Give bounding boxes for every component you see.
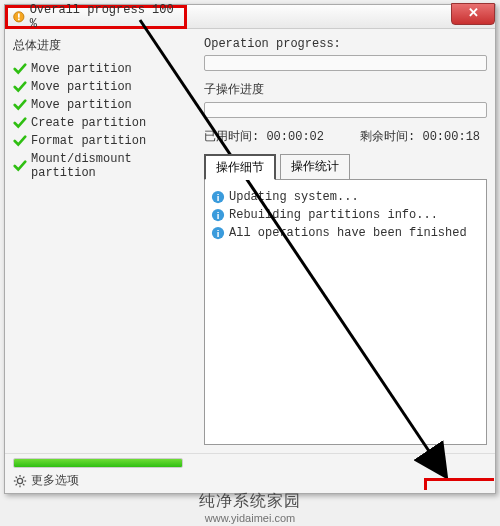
operation-text: Move partition — [31, 98, 132, 112]
operation-text: Format partition — [31, 134, 146, 148]
operation-progress-bar — [204, 55, 487, 71]
more-options-button[interactable]: 更多选项 — [13, 472, 487, 489]
left-column: 总体进度 Move partition Move partition Move … — [13, 37, 198, 445]
tab-stats[interactable]: 操作统计 — [280, 154, 350, 180]
close-icon: ✕ — [468, 5, 479, 20]
svg-line-15 — [23, 484, 24, 485]
overall-progress-bar — [13, 458, 183, 468]
operation-text: Move partition — [31, 62, 132, 76]
svg-line-14 — [16, 476, 17, 477]
check-icon — [13, 98, 27, 112]
window-title: Overall progress 100 % — [30, 3, 184, 31]
check-icon — [13, 62, 27, 76]
operation-list: Move partition Move partition Move parti… — [13, 58, 198, 184]
tab-details[interactable]: 操作细节 — [204, 154, 276, 180]
check-icon — [13, 116, 27, 130]
titlebar: Overall progress 100 % ✕ — [5, 5, 495, 29]
operation-item: Move partition — [13, 60, 198, 78]
remaining-label: 剩余时间: — [360, 130, 415, 144]
sub-progress-label: 子操作进度 — [204, 81, 487, 98]
check-icon — [13, 80, 27, 94]
watermark: 纯净系统家园 www.yidaimei.com — [0, 491, 500, 524]
title-highlight-box: Overall progress 100 % — [5, 5, 187, 29]
detail-text: Updating system... — [229, 190, 359, 204]
operation-item: Create partition — [13, 114, 198, 132]
detail-text: Rebuilding partitions info... — [229, 208, 438, 222]
operation-progress-label: Operation progress: — [204, 37, 487, 51]
right-column: Operation progress: 子操作进度 已用时间: 00:00:02… — [204, 37, 487, 445]
info-icon: i — [211, 226, 225, 240]
detail-text: All operations have been finished — [229, 226, 467, 240]
operation-text: Create partition — [31, 116, 146, 130]
operation-item: Mount/dismount partition — [13, 150, 198, 182]
operation-item: Format partition — [13, 132, 198, 150]
svg-line-17 — [23, 476, 24, 477]
detail-line: i Rebuilding partitions info... — [211, 206, 480, 224]
svg-rect-1 — [18, 13, 20, 17]
more-options-label: 更多选项 — [31, 472, 79, 489]
info-icon: i — [211, 208, 225, 222]
sub-progress-bar — [204, 102, 487, 118]
svg-text:i: i — [217, 228, 220, 239]
close-button[interactable]: ✕ — [451, 3, 495, 25]
svg-line-16 — [16, 484, 17, 485]
overall-progress-label: 总体进度 — [13, 37, 198, 54]
app-icon — [12, 10, 26, 24]
bottom-bar: 更多选项 — [5, 453, 495, 493]
operation-item: Move partition — [13, 78, 198, 96]
remaining-value: 00:00:18 — [422, 130, 480, 144]
elapsed-value: 00:00:02 — [266, 130, 324, 144]
elapsed-label: 已用时间: — [204, 130, 259, 144]
annotation-target-box — [424, 478, 494, 490]
operation-text: Mount/dismount partition — [31, 152, 198, 180]
details-panel: i Updating system... i Rebuilding partit… — [204, 179, 487, 445]
svg-text:i: i — [217, 192, 220, 203]
operation-item: Move partition — [13, 96, 198, 114]
check-icon — [13, 134, 27, 148]
gear-icon — [13, 474, 27, 488]
svg-rect-2 — [18, 19, 20, 21]
detail-line: i Updating system... — [211, 188, 480, 206]
watermark-url: www.yidaimei.com — [0, 512, 500, 524]
detail-line: i All operations have been finished — [211, 224, 480, 242]
check-icon — [13, 159, 27, 173]
svg-text:i: i — [217, 210, 220, 221]
dialog-window: Overall progress 100 % ✕ 总体进度 Move parti… — [4, 4, 496, 494]
operation-text: Move partition — [31, 80, 132, 94]
dialog-body: 总体进度 Move partition Move partition Move … — [5, 29, 495, 453]
time-row: 已用时间: 00:00:02 剩余时间: 00:00:18 — [204, 128, 487, 145]
watermark-text: 纯净系统家园 — [199, 492, 301, 509]
tabs: 操作细节 操作统计 — [204, 153, 487, 179]
info-icon: i — [211, 190, 225, 204]
svg-point-9 — [17, 478, 22, 483]
